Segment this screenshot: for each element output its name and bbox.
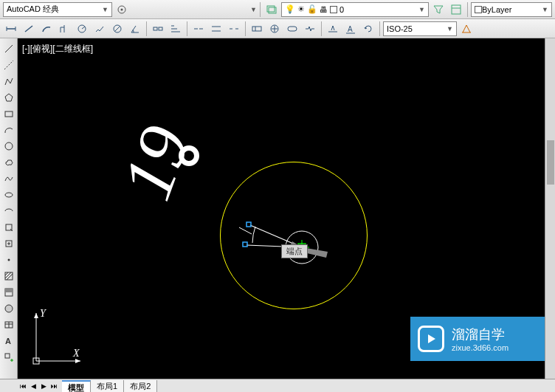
quick-dim-button[interactable]: [150, 21, 166, 37]
svg-point-1: [121, 8, 123, 10]
chevron-down-icon: ▼: [447, 25, 453, 32]
mtext-button[interactable]: A: [1, 334, 16, 348]
tab-layout1[interactable]: 布局1: [91, 380, 124, 392]
construction-line-button[interactable]: [1, 58, 16, 72]
svg-rect-4: [452, 5, 461, 14]
dim-style-combo[interactable]: ISO-25 ▼: [383, 21, 457, 36]
svg-text:A: A: [348, 25, 353, 33]
svg-line-13: [114, 26, 120, 32]
svg-marker-74: [34, 313, 38, 318]
dim-arc-button[interactable]: [38, 21, 55, 37]
dim-space-button[interactable]: [208, 21, 224, 37]
view-label[interactable]: [-][俯视][二维线框]: [22, 43, 93, 55]
layer-combo[interactable]: 💡 ☀ 🔓 🖶 0 ▼: [281, 2, 429, 17]
dim-break-button[interactable]: [226, 21, 242, 37]
svg-rect-46: [5, 272, 13, 280]
polygon-button[interactable]: [1, 90, 16, 105]
separator: [379, 21, 380, 36]
inspection-button[interactable]: [284, 21, 300, 37]
dim-ordinate-button[interactable]: [56, 21, 72, 37]
rectangle-button[interactable]: [1, 106, 16, 121]
svg-line-49: [7, 274, 13, 280]
tab-model[interactable]: 模型: [62, 380, 91, 392]
separator: [321, 21, 322, 36]
color-swatch: [330, 6, 337, 13]
workspace-label: AutoCAD 经典: [7, 4, 59, 15]
dim-angular-button[interactable]: [127, 21, 143, 37]
color-swatch: [475, 6, 482, 13]
polyline-button[interactable]: [1, 74, 16, 89]
line-button[interactable]: [1, 41, 16, 56]
tab-first-button[interactable]: ⏮: [18, 381, 28, 391]
jogged-linear-button[interactable]: [302, 21, 318, 37]
layer-name: 0: [339, 5, 344, 14]
ellipse-button[interactable]: [1, 188, 16, 202]
dim-radius-button[interactable]: [74, 21, 90, 37]
svg-rect-65: [243, 242, 247, 247]
chevron-down-icon[interactable]: ▼: [250, 6, 257, 13]
point-button[interactable]: [1, 252, 16, 267]
layout-tabs: ⏮ ◀ ▶ ⏭ 模型 布局1 布局2: [0, 379, 555, 392]
circle-button[interactable]: [1, 139, 16, 154]
dim-continue-button[interactable]: [190, 21, 207, 37]
dim-diameter-button[interactable]: [109, 21, 125, 37]
toolbar-row-2: A ISO-25 ▼: [0, 19, 555, 38]
tolerance-button[interactable]: [249, 21, 265, 37]
scrollbar-thumb[interactable]: [547, 140, 554, 185]
separator: [260, 2, 261, 17]
watermark-brand: 溜溜自学: [452, 326, 509, 343]
draw-toolbar: A: [0, 38, 18, 379]
dim-text-edit-button[interactable]: A: [342, 21, 359, 37]
workspace-combo[interactable]: AutoCAD 经典 ▼: [3, 2, 112, 17]
revision-cloud-button[interactable]: [1, 155, 16, 170]
hatch-button[interactable]: [1, 269, 16, 283]
svg-point-52: [5, 305, 13, 312]
gradient-button[interactable]: [1, 285, 16, 300]
svg-rect-30: [288, 27, 297, 31]
watermark: 溜溜自学 zixue.3d66.com: [410, 317, 551, 361]
tab-prev-button[interactable]: ◀: [28, 381, 38, 391]
spline-button[interactable]: [1, 171, 16, 186]
toolbar-row-1: AutoCAD 经典 ▼ ▼ 💡 ☀ 🔓 🖶 0 ▼ ByLayer ▼: [0, 0, 555, 19]
dim-jogged-button[interactable]: [92, 21, 108, 37]
dim-baseline-button[interactable]: [168, 21, 184, 37]
svg-marker-76: [428, 334, 435, 343]
svg-line-35: [5, 45, 13, 52]
bylayer-combo[interactable]: ByLayer ▼: [471, 2, 552, 17]
ellipse-arc-button[interactable]: [1, 204, 16, 219]
svg-line-47: [5, 272, 8, 275]
sun-icon: ☀: [297, 4, 305, 14]
dim-edit-button[interactable]: [325, 21, 341, 37]
add-selected-button[interactable]: [1, 350, 16, 365]
table-button[interactable]: [1, 317, 16, 332]
workspace-settings-button[interactable]: [114, 1, 130, 18]
svg-line-9: [25, 26, 32, 32]
center-mark-button[interactable]: [266, 21, 283, 37]
svg-rect-25: [252, 27, 261, 31]
lock-icon: 🔓: [307, 4, 317, 14]
drawing-canvas[interactable]: [-][俯视][二维线框] 19 端点: [18, 38, 555, 379]
dim-update-button[interactable]: [360, 21, 376, 37]
svg-point-40: [5, 193, 13, 197]
vertical-scrollbar[interactable]: [545, 38, 555, 379]
tab-layout2[interactable]: 布局2: [124, 380, 157, 392]
dim-linear-button[interactable]: [3, 21, 19, 37]
region-button[interactable]: [1, 301, 16, 316]
dim-style-button[interactable]: [458, 21, 475, 37]
dim-style-label: ISO-25: [387, 24, 413, 33]
layers-panel-button[interactable]: [263, 1, 280, 18]
print-icon: 🖶: [320, 5, 328, 14]
insert-block-button[interactable]: [1, 220, 16, 235]
dim-aligned-button[interactable]: [21, 21, 37, 37]
tab-last-button[interactable]: ⏭: [49, 381, 59, 391]
tab-nav: ⏮ ◀ ▶ ⏭: [18, 381, 59, 391]
layer-filter-button[interactable]: [430, 1, 447, 18]
tab-next-button[interactable]: ▶: [38, 381, 49, 391]
layer-states-button[interactable]: [448, 1, 464, 18]
separator: [467, 2, 468, 17]
watermark-url: zixue.3d66.com: [452, 343, 509, 352]
svg-line-36: [4, 61, 13, 69]
arc-button[interactable]: [1, 123, 16, 137]
play-icon: [418, 326, 444, 352]
make-block-button[interactable]: [1, 236, 16, 251]
